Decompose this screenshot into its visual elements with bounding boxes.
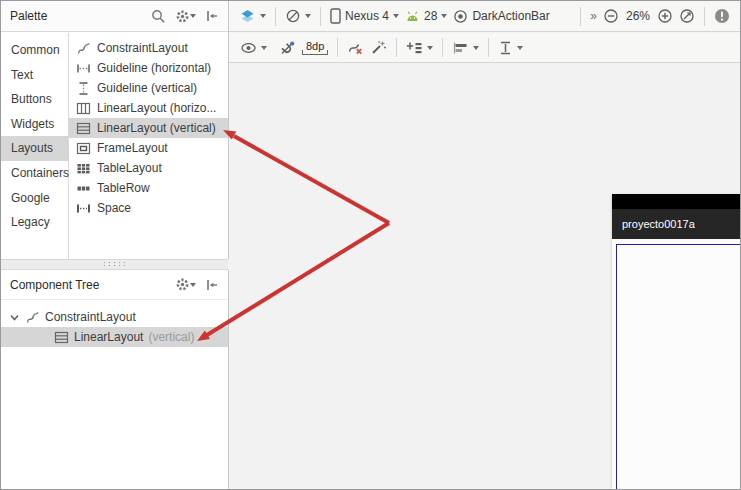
guidelines-controls-button[interactable] (495, 38, 526, 58)
linearlayout-vertical-icon (76, 121, 91, 136)
tree-row-constraintlayout[interactable]: ConstraintLayout (1, 307, 228, 327)
clear-constraints-icon (347, 40, 364, 56)
autoconnect-toggle-button[interactable] (276, 38, 299, 58)
constraint-layout-icon (76, 41, 91, 56)
infer-constraints-button[interactable] (367, 38, 390, 58)
zoom-out-button[interactable] (600, 6, 622, 26)
warning-icon (714, 8, 730, 24)
palette-header: Palette (1, 1, 228, 32)
default-margin-button[interactable]: 8dp (299, 38, 331, 57)
api-level-selector-button[interactable]: 28 (402, 7, 450, 25)
toolbar-separator (488, 38, 489, 57)
tablelayout-icon (76, 161, 91, 176)
device-action-bar: proyecto0017a (612, 209, 741, 239)
hide-panel-icon[interactable] (205, 278, 219, 292)
zoom-to-fit-button[interactable] (676, 6, 698, 26)
eye-icon (240, 41, 257, 55)
chevron-down-icon (427, 46, 433, 50)
palette-panel: Palette Common Text Buttons Widgets Layo… (1, 1, 229, 259)
linearlayout-horizontal-icon (76, 101, 91, 116)
tree-row-suffix: (vertical) (148, 330, 194, 344)
toolbar-separator (337, 38, 338, 57)
device-selector-button[interactable]: Nexus 4 (327, 6, 402, 26)
category-google[interactable]: Google (1, 186, 68, 211)
palette-item-space[interactable]: Space (69, 198, 228, 218)
palette-item-guideline-vertical[interactable]: Guideline (vertical) (69, 78, 228, 98)
device-content-area (612, 239, 741, 490)
palette-item-tablelayout[interactable]: TableLayout (69, 158, 228, 178)
design-toolbar: Nexus 4 28 DarkActionBar » 26% (229, 1, 740, 32)
toolbar-separator (396, 38, 397, 57)
framelayout-icon (76, 141, 91, 156)
orientation-icon (285, 8, 301, 24)
palette-item-guideline-horizontal[interactable]: Guideline (horizontal) (69, 58, 228, 78)
android-icon (405, 10, 420, 23)
search-icon[interactable] (151, 9, 166, 24)
app-title: proyecto0017a (622, 218, 695, 230)
clear-constraints-button[interactable] (344, 38, 367, 58)
chevron-down-icon (393, 14, 399, 18)
zoom-controls-group: » 26% (574, 6, 733, 26)
constraint-toolbar: 8dp (229, 33, 740, 63)
align-controls-button[interactable] (449, 39, 482, 57)
render-warnings-button[interactable] (711, 6, 733, 26)
chevron-down-icon (305, 14, 311, 18)
pack-controls-button[interactable] (403, 38, 436, 58)
theme-selector-button[interactable]: DarkActionBar (450, 7, 552, 26)
design-surface-selector-button[interactable] (236, 6, 269, 27)
category-text[interactable]: Text (1, 63, 68, 88)
category-common[interactable]: Common (1, 38, 68, 63)
zoom-level-value: 26% (622, 9, 654, 23)
android-studio-layout-editor: Palette Common Text Buttons Widgets Layo… (0, 0, 741, 490)
zoom-fit-icon (679, 8, 695, 24)
panel-splitter[interactable] (1, 259, 228, 270)
toolbar-separator (275, 7, 276, 26)
tree-options-gear-button[interactable] (175, 277, 196, 292)
linearlayout-vertical-icon (54, 330, 69, 345)
distribute-icon (498, 40, 513, 56)
splitter-grip-dots (102, 261, 128, 267)
view-options-button[interactable] (237, 39, 270, 57)
category-legacy[interactable]: Legacy (1, 210, 68, 235)
palette-options-gear-button[interactable] (175, 9, 196, 24)
hide-panel-icon[interactable] (205, 9, 219, 23)
design-canvas[interactable]: 8:00 proyecto0017a (229, 63, 740, 489)
category-widgets[interactable]: Widgets (1, 112, 68, 137)
chevron-down-icon (260, 14, 266, 18)
component-tree-header: Component Tree (1, 270, 228, 300)
orientation-selector-button[interactable] (282, 6, 314, 26)
toolbar-separator (442, 38, 443, 57)
chevron-down-icon (441, 14, 447, 18)
category-containers[interactable]: Containers (1, 161, 68, 186)
category-layouts[interactable]: Layouts (1, 136, 68, 161)
palette-items: ConstraintLayout Guideline (horizontal) … (69, 33, 228, 259)
guideline-horizontal-icon (76, 61, 91, 76)
chevron-down-icon (473, 46, 479, 50)
component-tree-rows: ConstraintLayout LinearLayout (vertical) (1, 300, 228, 347)
pack-icon (406, 40, 423, 56)
tree-row-linearlayout-vertical[interactable]: LinearLayout (vertical) (1, 327, 228, 347)
chevron-down-icon (261, 46, 267, 50)
palette-item-tablerow[interactable]: TableRow (69, 178, 228, 198)
linearlayout-vertical-selection-box[interactable] (616, 244, 741, 490)
toolbar-overflow-button[interactable]: » (587, 7, 600, 25)
chevron-down-icon (190, 283, 196, 287)
palette-item-framelayout[interactable]: FrameLayout (69, 138, 228, 158)
expand-chevron-icon[interactable] (9, 312, 20, 323)
component-tree-panel: Component Tree ConstraintLayout LinearLa… (1, 270, 229, 489)
toolbar-separator (580, 7, 581, 26)
minus-circle-icon (603, 8, 619, 24)
theme-icon (453, 9, 468, 24)
zoom-in-button[interactable] (654, 6, 676, 26)
palette-item-constraintlayout[interactable]: ConstraintLayout (69, 38, 228, 58)
palette-title: Palette (10, 9, 142, 23)
toolbar-separator (320, 7, 321, 26)
chevron-down-icon (517, 46, 523, 50)
space-icon (76, 201, 91, 216)
palette-item-linearlayout-horizontal[interactable]: LinearLayout (horizo... (69, 98, 228, 118)
device-status-bar: 8:00 (612, 194, 741, 209)
palette-item-linearlayout-vertical[interactable]: LinearLayout (vertical) (69, 118, 228, 138)
category-buttons[interactable]: Buttons (1, 87, 68, 112)
toolbar-separator (704, 7, 705, 26)
phone-icon (330, 8, 341, 24)
